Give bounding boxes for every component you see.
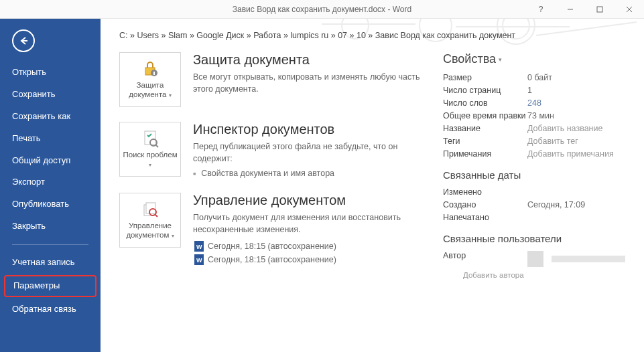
lock-icon [141,60,159,78]
autosave-list: W Сегодня, 18:15 (автосохранение) W Сего… [193,241,427,265]
sidebar-item-save[interactable]: Сохранить [0,84,101,106]
maximize-button[interactable] [585,0,615,19]
properties-heading[interactable]: Свойства▾ [443,52,625,66]
property-row: ТегиДобавить тег [443,137,625,146]
manage-section: Управление документом ▾ Управление докум… [119,193,427,268]
svg-text:W: W [196,257,202,264]
inspect-title: Инспектор документов [193,122,427,137]
property-value: 1 [527,86,532,95]
date-value: Сегодня, 17:09 [527,200,585,209]
inspect-bullet: Свойства документа и имя автора [193,169,427,178]
property-label: Число страниц [443,86,527,95]
property-label: Размер [443,73,527,82]
svg-text:W: W [196,244,202,250]
date-label: Создано [443,200,527,209]
property-label: Теги [443,137,527,146]
author-name-placeholder [552,256,625,262]
close-button[interactable] [615,0,644,19]
svg-line-14 [155,145,158,147]
inspect-section: Поиск проблем ▾ Инспектор документов Пер… [119,122,427,178]
sidebar-separator [12,244,88,245]
protect-title: Защита документа [193,52,427,68]
sidebar-item-account[interactable]: Учетная запись [0,252,101,274]
protect-tile-label: Защита документа [129,81,166,98]
breadcrumb[interactable]: C: » Users » Slam » Google Диск » Работа… [119,31,625,40]
window-controls: ? [526,0,644,19]
property-label: Название [443,124,527,133]
author-value[interactable] [527,251,625,267]
back-button[interactable] [12,29,35,52]
sidebar-item-share[interactable]: Общий доступ [0,150,101,172]
manage-tile[interactable]: Управление документом ▾ [119,193,181,248]
info-left-column: Защита документа ▾ Защита документа Все … [119,52,427,282]
svg-rect-16 [146,203,155,213]
properties-panel: Свойства▾ Размер0 байтЧисло страниц1Числ… [443,52,625,282]
autosave-item[interactable]: W Сегодня, 18:15 (автосохранение) [194,241,427,252]
minimize-button[interactable] [556,0,585,19]
date-label: Изменено [443,187,527,197]
date-row: Изменено [443,187,625,197]
titlebar: Завис Ворд как сохранить документ.docx -… [0,0,644,19]
property-value[interactable]: Добавить тег [527,137,578,146]
property-value[interactable]: 248 [527,98,541,108]
property-row: Число страниц1 [443,86,625,95]
chevron-down-icon: ▾ [169,92,172,98]
sidebar-item-print[interactable]: Печать [0,128,101,150]
sidebar-item-open[interactable]: Открыть [0,62,101,84]
sidebar-item-feedback[interactable]: Обратная связь [0,298,101,321]
document-stack-icon [141,200,159,219]
svg-rect-1 [597,7,602,12]
manage-tile-label: Управление документом [126,222,172,239]
chevron-down-icon: ▾ [499,56,502,63]
svg-line-18 [155,214,157,217]
window-title: Завис Ворд как сохранить документ.docx -… [233,5,411,14]
sidebar-item-publish[interactable]: Опубликовать [0,193,101,215]
word-doc-icon: W [194,254,204,265]
property-value[interactable]: Добавить примечания [527,149,614,159]
chevron-down-icon: ▾ [172,233,174,239]
date-label: Напечатано [443,213,527,222]
author-row: Автор [443,251,625,267]
property-label: Общее время правки [443,111,527,120]
sidebar-item-close[interactable]: Закрыть [0,215,101,238]
protect-desc: Все могут открывать, копировать и изменя… [193,72,427,95]
svg-rect-11 [153,72,155,75]
property-row: Число слов248 [443,98,625,108]
autosave-item[interactable]: W Сегодня, 18:15 (автосохранение) [194,254,427,265]
backstage-sidebar: Открыть Сохранить Сохранить как Печать О… [0,19,101,352]
inspect-desc: Перед публикацией этого файла не забудьт… [193,141,427,165]
property-value: 0 байт [527,73,552,82]
property-value[interactable]: Добавить название [527,124,602,133]
content-pane: C: » Users » Slam » Google Диск » Работа… [101,19,644,352]
property-label: Примечания [443,149,527,159]
related-dates-heading: Связанные даты [443,169,625,181]
add-author-link[interactable]: Добавить автора [463,271,625,279]
property-row: Размер0 байт [443,73,625,82]
word-doc-icon: W [194,241,204,252]
inspect-tile[interactable]: Поиск проблем ▾ [119,122,181,177]
sidebar-item-saveas[interactable]: Сохранить как [0,106,101,128]
property-row: ПримечанияДобавить примечания [443,149,625,159]
property-row: Общее время правки73 мин [443,111,625,120]
property-value: 73 мин [527,111,554,120]
sidebar-item-options[interactable]: Параметры [4,275,96,297]
property-label: Число слов [443,98,527,108]
protect-section: Защита документа ▾ Защита документа Все … [119,52,427,107]
protect-tile[interactable]: Защита документа ▾ [119,52,181,107]
date-row: Напечатано [443,213,625,222]
manage-title: Управление документом [193,193,427,208]
date-row: СозданоСегодня, 17:09 [443,200,625,209]
chevron-down-icon: ▾ [149,162,151,168]
manage-desc: Получить документ для изменения или восс… [193,212,427,236]
author-label: Автор [443,251,527,267]
sidebar-item-export[interactable]: Экспорт [0,171,101,193]
help-button[interactable]: ? [526,0,556,19]
inspect-tile-label: Поиск проблем [123,151,177,159]
checklist-icon [141,129,159,148]
property-row: НазваниеДобавить название [443,124,625,133]
related-users-heading: Связанные пользователи [443,233,625,244]
avatar-icon [527,251,543,267]
